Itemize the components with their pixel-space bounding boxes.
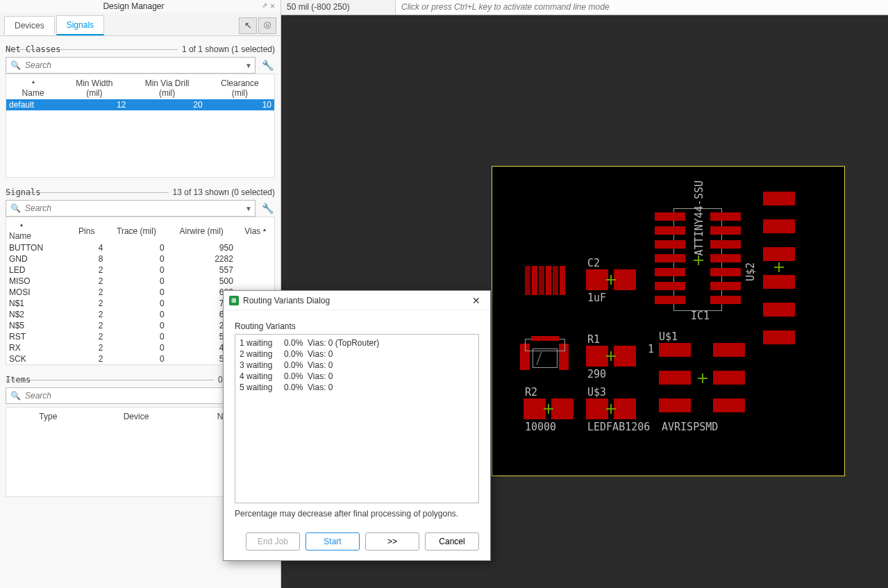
next-button[interactable]: >> (365, 532, 419, 551)
end-job-button[interactable]: End Job (246, 532, 300, 551)
variant-row[interactable]: 5 waiting 0.0% Vias: 0 (240, 382, 474, 393)
pin-icon[interactable]: ⇗ (262, 1, 267, 11)
dropdown-icon[interactable]: ▼ (242, 205, 255, 212)
routing-variants-list[interactable]: 1 waiting 0.0% Vias: 0 (TopRouter)2 wait… (235, 334, 479, 503)
zoom-fit-icon[interactable]: ⦾ (258, 17, 276, 34)
panel-titlebar: Design Manager ⇗ × (0, 0, 280, 12)
dialog-title: Routing Variants Dialog (243, 296, 468, 305)
routing-variants-label: Routing Variants (235, 321, 479, 331)
tab-signals[interactable]: Signals (56, 15, 104, 35)
settings-icon[interactable]: 🔧 (260, 60, 275, 71)
label-ic1: IC1 (691, 310, 710, 322)
netclasses-label: Net Classes (6, 44, 60, 54)
command-line[interactable]: Click or press Ctrl+L key to activate co… (396, 0, 888, 15)
table-row[interactable]: MISO20500 (6, 276, 274, 287)
label-r2-val: 10000 (525, 421, 556, 433)
label-c2: C2 (587, 257, 600, 269)
label-avrisp: AVRISPSMD (662, 421, 718, 433)
signals-header-row: ▴Name Pins Trace (mil) Airwire (mil) Via… (6, 220, 274, 242)
signals-search-input[interactable] (25, 201, 242, 216)
start-button[interactable]: Start (305, 532, 360, 551)
settings-icon[interactable]: 🔧 (260, 203, 275, 214)
label-one: 1 (648, 343, 654, 355)
dialog-app-icon: ▦ (229, 296, 239, 305)
search-icon: 🔍 (6, 203, 25, 213)
select-tool-icon[interactable]: ↖ (239, 17, 257, 34)
table-row[interactable]: GND802282 (6, 253, 274, 264)
dialog-note: Percentage may decrease after final proc… (235, 503, 479, 521)
label-r2: R2 (525, 386, 537, 398)
netclasses-meta: 1 of 1 shown (1 selected) (182, 44, 275, 54)
coordinates: 50 mil (-800 250) (281, 0, 396, 15)
cancel-button[interactable]: Cancel (425, 532, 479, 551)
items-label: Items (6, 375, 31, 385)
table-row[interactable]: default122010 (6, 99, 274, 110)
table-row[interactable]: BUTTON40950 (6, 242, 274, 253)
signals-search[interactable]: 🔍 ▼ (6, 200, 255, 217)
dialog-titlebar[interactable]: ▦ Routing Variants Dialog ✕ (224, 291, 490, 310)
signals-label: Signals (6, 187, 41, 197)
tabs-row: Devices Signals ↖ ⦾ (0, 12, 280, 36)
search-icon: 🔍 (6, 60, 25, 70)
label-u1: U$1 (659, 330, 678, 343)
dialog-close-icon[interactable]: ✕ (468, 294, 485, 308)
label-r1-val: 290 (587, 368, 606, 380)
panel-title: Design Manager (6, 1, 262, 11)
signals-meta: 13 of 13 shown (0 selected) (173, 187, 275, 197)
netclasses-search[interactable]: 🔍 ▼ (6, 57, 255, 74)
topbar: 50 mil (-800 250) Click or press Ctrl+L … (281, 0, 888, 15)
variant-row[interactable]: 2 waiting 0.0% Vias: 0 (240, 348, 474, 360)
variant-row[interactable]: 1 waiting 0.0% Vias: 0 (TopRouter) (240, 337, 474, 348)
close-icon[interactable]: × (270, 1, 275, 11)
variant-row[interactable]: 4 waiting 0.0% Vias: 0 (240, 371, 474, 382)
label-u2: U$2 (744, 262, 757, 281)
label-u3: U$3 (587, 386, 606, 398)
routing-variants-dialog: ▦ Routing Variants Dialog ✕ Routing Vari… (223, 290, 491, 561)
tab-devices[interactable]: Devices (4, 16, 55, 35)
label-c2-val: 1uF (587, 292, 606, 304)
search-icon: 🔍 (6, 391, 25, 401)
table-row[interactable]: LED20557 (6, 264, 274, 276)
board-outline: C2 1uF R1 290 R2 10000 U$3 (492, 166, 845, 476)
netclasses-search-input[interactable] (25, 58, 242, 73)
label-u3-val: LEDFAB1206 (587, 421, 650, 433)
netclasses-header-row: ▴Name Min Width (mil) Min Via Drill (mil… (6, 77, 274, 99)
dropdown-icon[interactable]: ▼ (242, 62, 255, 69)
label-r1: R1 (587, 333, 600, 346)
variant-row[interactable]: 3 waiting 0.0% Vias: 0 (240, 360, 474, 371)
